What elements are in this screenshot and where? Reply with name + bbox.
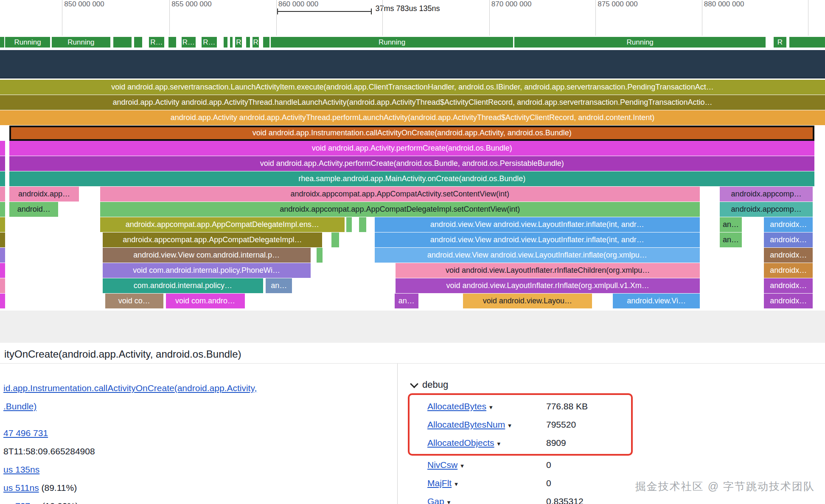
flame-slice[interactable] [0, 141, 5, 156]
thread-state-slice[interactable]: R [774, 37, 787, 48]
flame-slice[interactable]: androidx… [764, 217, 813, 232]
thread-state-slice[interactable]: Running [52, 37, 111, 48]
flame-slice[interactable]: void com.andro… [166, 294, 245, 308]
thread-state-slice[interactable]: R [253, 37, 259, 48]
flame-slice[interactable]: com.android.internal.policy… [103, 278, 263, 293]
flame-slice[interactable]: an… [395, 294, 418, 308]
flame-slice[interactable]: androidx.app… [9, 187, 79, 202]
ruler-gridline [595, 0, 596, 36]
thread-state-slice[interactable] [263, 37, 269, 48]
flame-slice[interactable]: void android.app.Instrumentation.callAct… [9, 126, 814, 141]
detail-link[interactable]: .Bundle) [3, 401, 36, 411]
thread-state-slice[interactable] [789, 37, 825, 48]
flame-slice[interactable] [0, 294, 5, 308]
flame-slice[interactable] [346, 217, 352, 232]
detail-link[interactable]: us 135ns [3, 465, 39, 474]
flame-slice[interactable]: android.app.Activity android.app.Activit… [0, 110, 825, 125]
detail-link[interactable]: us 727ns [3, 501, 39, 504]
flame-slice[interactable] [0, 232, 5, 247]
flame-slice[interactable]: androidx.appcomp… [720, 202, 813, 217]
flame-slice[interactable]: androidx… [764, 278, 813, 293]
flame-slice[interactable]: android.view.Vi… [613, 294, 700, 308]
dropdown-caret-icon[interactable]: ▾ [455, 480, 458, 487]
flame-slice[interactable]: androidx.appcompat.app.AppCompatActivity… [100, 187, 700, 202]
flame-slice[interactable] [331, 232, 339, 247]
dropdown-caret-icon[interactable]: ▾ [447, 498, 451, 504]
flame-slice[interactable]: android.view.View android.view.LayoutInf… [375, 248, 700, 263]
flame-slice[interactable]: androidx… [764, 248, 813, 263]
flame-slice[interactable]: an… [720, 217, 742, 232]
ruler-gridline [808, 0, 808, 36]
flame-slice[interactable]: androidx… [764, 263, 813, 278]
thread-state-slice[interactable] [134, 37, 142, 48]
thread-state-slice[interactable]: Running [271, 37, 513, 48]
flame-slice[interactable] [359, 217, 366, 232]
flame-slice[interactable]: void android.app.Activity.performCreate(… [9, 156, 814, 171]
thread-state-slice[interactable]: R… [182, 37, 196, 48]
flame-slice[interactable]: androidx… [764, 232, 813, 247]
thread-state-slice[interactable]: R… [202, 37, 217, 48]
flame-slice[interactable]: android.view.View android.view.LayoutInf… [375, 217, 700, 232]
flame-slice[interactable]: void android.view.LayoutInflater.rInflat… [396, 278, 700, 293]
flame-slice[interactable] [0, 248, 5, 263]
debug-key-link[interactable]: AllocatedBytesNum [427, 420, 505, 429]
collapsed-track[interactable] [0, 50, 825, 78]
thread-state-slice[interactable]: Running [514, 37, 765, 48]
thread-state-slice[interactable] [230, 37, 233, 48]
detail-link[interactable]: 47 496 731 [3, 428, 48, 438]
thread-state-slice[interactable]: R… [149, 37, 164, 48]
flame-slice[interactable] [317, 248, 323, 263]
flame-slice[interactable]: androidx.appcompat.app.AppCompatDelegate… [103, 232, 322, 247]
ruler-tick-label: 850 000 000 [64, 0, 104, 8]
flame-slice[interactable]: void android.app.servertransaction.Launc… [0, 80, 825, 95]
debug-key-link[interactable]: AllocatedObjects [427, 438, 494, 448]
flame-slice[interactable]: rhea.sample.android.app.MainActivity.onC… [9, 171, 814, 186]
flame-slice[interactable] [0, 156, 5, 171]
flame-slice[interactable]: androidx.appcompat.app.AppCompatDelegate… [100, 217, 345, 232]
dropdown-caret-icon[interactable]: ▾ [460, 462, 464, 469]
flame-slice[interactable]: an… [266, 278, 292, 293]
debug-key-link[interactable]: Gap [427, 496, 444, 504]
thread-state-slice[interactable] [113, 37, 132, 48]
flame-slice[interactable]: android… [9, 202, 58, 217]
thread-state-slice[interactable] [246, 37, 250, 48]
flame-slice[interactable] [0, 217, 5, 232]
detail-link[interactable]: us 511ns [3, 483, 39, 493]
flame-slice[interactable] [0, 263, 5, 278]
flame-slice[interactable]: void android.view.Layou… [463, 294, 592, 308]
flame-slice[interactable]: void android.view.LayoutInflater.rInflat… [396, 263, 700, 278]
debug-section-header[interactable]: debug [408, 376, 825, 393]
thread-state-slice[interactable]: Running [5, 37, 50, 48]
flame-row: android.app.Activity android.app.Activit… [0, 95, 825, 110]
flame-slice[interactable]: android.app.Activity android.app.Activit… [0, 95, 825, 110]
dropdown-caret-icon[interactable]: ▾ [489, 403, 493, 411]
flame-slice[interactable]: androidx.appcompat.app.AppCompatDelegate… [100, 202, 700, 217]
debug-key: NivCsw▾ [427, 456, 546, 474]
flame-slice[interactable]: void com.android.internal.policy.PhoneWi… [103, 263, 311, 278]
flame-row: void android.app.Activity.performCreate(… [0, 141, 825, 156]
flame-slice[interactable]: androidx… [764, 294, 813, 308]
debug-key-link[interactable]: AllocatedBytes [427, 401, 486, 411]
flame-slice[interactable] [0, 202, 5, 217]
flame-row: void android.app.Instrumentation.callAct… [0, 126, 825, 141]
debug-key-link[interactable]: NivCsw [427, 460, 457, 470]
flame-slice[interactable]: android.view.View com.android.internal.p… [103, 248, 311, 263]
dropdown-caret-icon[interactable]: ▾ [508, 422, 511, 429]
flame-slice[interactable] [0, 171, 5, 186]
flame-slice[interactable]: an… [720, 232, 742, 247]
flame-slice[interactable]: void co… [105, 294, 163, 308]
thread-state-slice[interactable] [224, 37, 227, 48]
flame-slice[interactable]: androidx.appcomp… [720, 187, 813, 202]
detail-link[interactable]: id.app.Instrumentation.callActivityOnCre… [3, 383, 257, 393]
flame-slice[interactable]: void android.app.Activity.performCreate(… [9, 141, 814, 156]
flame-slice[interactable]: android.view.View android.view.LayoutInf… [375, 232, 700, 247]
flame-slice[interactable] [0, 187, 5, 202]
thread-state-slice[interactable] [168, 37, 177, 48]
flame-slice[interactable] [0, 278, 5, 293]
thread-state-slice[interactable]: R [235, 37, 242, 48]
thread-state-slice[interactable] [0, 37, 4, 48]
timeline-ruler[interactable]: 37ms 783us 135ns 850 000 000855 000 0008… [0, 0, 825, 37]
flame-chart-empty-area [0, 311, 825, 343]
debug-key-link[interactable]: MajFlt [427, 478, 452, 488]
dropdown-caret-icon[interactable]: ▾ [497, 440, 501, 447]
